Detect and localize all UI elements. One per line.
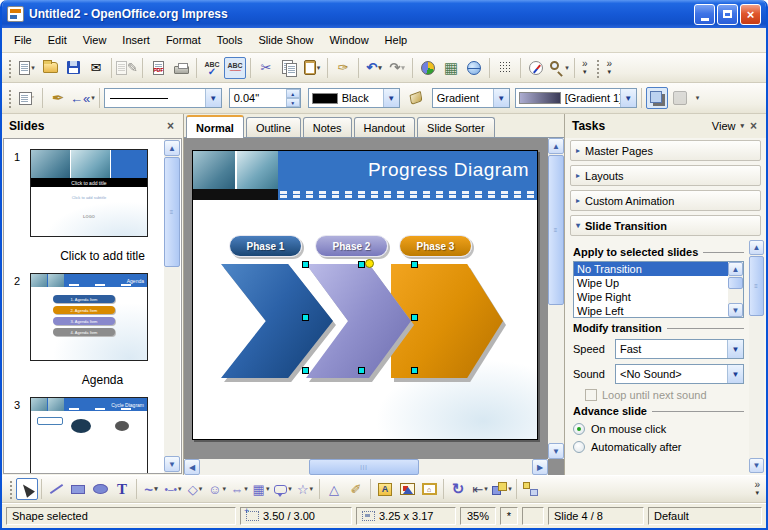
slide-3-row[interactable]: 3 Cycle Diagram xyxy=(4,397,181,474)
new-document-icon[interactable]: ▾ xyxy=(16,57,38,79)
selection-handle[interactable] xyxy=(411,261,418,268)
slides-panel-close-icon[interactable]: × xyxy=(165,119,176,133)
glue-points-icon[interactable]: ✐ xyxy=(345,478,367,500)
style-cell[interactable]: Default xyxy=(648,507,762,525)
transition-scroll-down-button[interactable]: ▼ xyxy=(728,303,743,317)
phase-1-shape[interactable]: Phase 1 xyxy=(229,235,302,257)
menu-help[interactable]: Help xyxy=(377,31,416,49)
toolbar-grip-3[interactable] xyxy=(7,88,12,108)
minimize-button[interactable] xyxy=(694,4,715,25)
transition-option-selected[interactable]: No Transition xyxy=(574,262,743,276)
tasks-view-menu[interactable]: View xyxy=(712,120,736,132)
select-tool-icon[interactable] xyxy=(16,478,38,500)
line-width-value[interactable]: 0.04" xyxy=(230,92,286,104)
slide-1-row[interactable]: 1 Click to add title Click to add subtit… xyxy=(4,149,181,237)
transition-listbox[interactable]: No Transition Wipe Up Wipe Right Wipe Le… xyxy=(573,261,744,318)
selection-handle[interactable] xyxy=(358,367,365,374)
sound-value[interactable]: <No Sound> xyxy=(616,368,727,380)
slides-scroll-down-button[interactable]: ▼ xyxy=(164,456,180,472)
arrange-icon[interactable]: ▾ xyxy=(491,478,513,500)
undo-icon[interactable]: ↶▾ xyxy=(363,57,385,79)
line-style-dropdown-arrow[interactable]: ▼ xyxy=(205,89,221,107)
slide-2-row[interactable]: 2 Agenda 1. Agenda Item 2. Agenda Item 3… xyxy=(4,273,181,361)
section-custom-animation[interactable]: ▸ Custom Animation xyxy=(570,190,761,211)
paste-icon[interactable]: ▾ xyxy=(301,57,323,79)
cut-icon[interactable]: ✂ xyxy=(255,57,277,79)
menu-window[interactable]: Window xyxy=(321,31,376,49)
slide-1-thumbnail[interactable]: Click to add title Click to add subtitle… xyxy=(30,149,148,237)
line-color-value[interactable]: Black xyxy=(338,92,383,104)
line-tool-icon[interactable] xyxy=(45,478,67,500)
toolbar-grip-2[interactable] xyxy=(595,58,600,78)
selection-handle[interactable] xyxy=(411,367,418,374)
tasks-scroll-up-button[interactable]: ▲ xyxy=(749,240,764,255)
stars-icon[interactable]: ☆▾ xyxy=(294,478,316,500)
sound-dropdown-arrow[interactable]: ▼ xyxy=(727,365,743,383)
sound-select[interactable]: <No Sound> ▼ xyxy=(615,364,744,384)
display-grid-icon[interactable] xyxy=(494,57,516,79)
fill-bucket-icon[interactable] xyxy=(405,87,427,109)
phase-2-shape[interactable]: Phase 2 xyxy=(315,235,388,257)
speed-select[interactable]: Fast ▼ xyxy=(615,339,744,359)
menu-file[interactable]: File xyxy=(6,31,40,49)
transition-option[interactable]: Wipe Up xyxy=(574,276,743,290)
transition-option[interactable]: Wipe Left xyxy=(574,304,743,318)
slide-canvas[interactable]: Progress Diagram Phase 1 Phase 2 Phase 3 xyxy=(184,138,564,475)
insert-chart-icon[interactable] xyxy=(417,57,439,79)
rectangle-tool-icon[interactable] xyxy=(67,478,89,500)
titlebar[interactable]: Untitled2 - OpenOffice.org Impress × xyxy=(2,0,766,28)
slide-title-banner[interactable]: Progress Diagram xyxy=(278,151,537,189)
crop-icon[interactable] xyxy=(669,87,691,109)
auto-spellcheck-icon[interactable]: ABC~~~ xyxy=(224,57,246,79)
navigator-icon[interactable] xyxy=(525,57,547,79)
transition-list-scrollbar[interactable]: ▲ ▼ xyxy=(728,262,743,317)
speed-value[interactable]: Fast xyxy=(616,343,727,355)
fill-gradient-value[interactable]: [Gradient 1] xyxy=(561,92,620,104)
tab-handout[interactable]: Handout xyxy=(354,117,416,137)
slides-scrollbar[interactable]: ▲ ≡ ▼ xyxy=(164,139,180,473)
save-icon[interactable] xyxy=(62,57,84,79)
text-tool-icon[interactable]: T xyxy=(111,478,133,500)
slide-page[interactable]: Progress Diagram Phase 1 Phase 2 Phase 3 xyxy=(192,150,538,440)
tab-slide-sorter[interactable]: Slide Sorter xyxy=(417,117,494,137)
canvas-scroll-up-button[interactable]: ▲ xyxy=(548,138,564,154)
on-mouse-click-radio[interactable] xyxy=(573,423,585,435)
fill-gradient-select[interactable]: [Gradient 1] ▼ xyxy=(515,88,637,108)
extrusion-icon[interactable] xyxy=(520,478,542,500)
spellcheck-icon[interactable]: ABC✓ xyxy=(201,57,223,79)
menu-view[interactable]: View xyxy=(75,31,115,49)
export-pdf-icon[interactable]: PDF xyxy=(147,57,169,79)
curve-tool-icon[interactable]: ~▾ xyxy=(140,478,162,500)
canvas-vertical-scrollbar[interactable]: ▲ ≡ ▼ xyxy=(548,138,564,459)
flowcharts-icon[interactable]: ▦▾ xyxy=(250,478,272,500)
tab-normal[interactable]: Normal xyxy=(186,115,244,138)
speed-dropdown-arrow[interactable]: ▼ xyxy=(727,340,743,358)
symbol-shapes-icon[interactable]: ☺▾ xyxy=(206,478,228,500)
edit-points-icon[interactable]: △ xyxy=(323,478,345,500)
section-slide-transition[interactable]: ▾ Slide Transition xyxy=(570,215,761,236)
selection-handle[interactable] xyxy=(411,314,418,321)
open-icon[interactable] xyxy=(39,57,61,79)
zoom-icon[interactable]: ▾ xyxy=(548,57,570,79)
fontwork-icon[interactable]: A xyxy=(374,478,396,500)
copy-icon[interactable] xyxy=(278,57,300,79)
shadow-toggle-icon[interactable] xyxy=(646,87,668,109)
line-width-spin-buttons[interactable]: ▲▼ xyxy=(286,89,300,107)
close-button[interactable]: × xyxy=(740,4,761,25)
selection-handle[interactable] xyxy=(302,367,309,374)
redo-icon[interactable]: ↷▾ xyxy=(386,57,408,79)
tasks-panel-close-icon[interactable]: × xyxy=(748,119,759,133)
selection-handle[interactable] xyxy=(302,261,309,268)
fill-type-value[interactable]: Gradient xyxy=(433,92,493,104)
canvas-scroll-right-button[interactable]: ▶ xyxy=(532,459,548,475)
menu-edit[interactable]: Edit xyxy=(40,31,75,49)
loop-sound-checkbox[interactable] xyxy=(585,389,597,401)
transition-scroll-up-button[interactable]: ▲ xyxy=(728,262,743,276)
canvas-horizontal-scrollbar[interactable]: ◀ ||| ▶ xyxy=(184,459,548,475)
canvas-scroll-down-button[interactable]: ▼ xyxy=(548,443,564,459)
menu-insert[interactable]: Insert xyxy=(114,31,158,49)
menu-tools[interactable]: Tools xyxy=(209,31,251,49)
block-arrows-icon[interactable]: ⇔▾ xyxy=(228,478,250,500)
tab-outline[interactable]: Outline xyxy=(246,117,301,137)
section-layouts[interactable]: ▸ Layouts xyxy=(570,165,761,186)
